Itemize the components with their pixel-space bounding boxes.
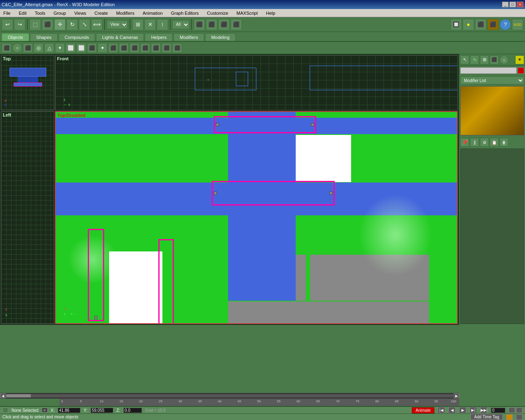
create-unknown7-icon[interactable]: ⬛ bbox=[162, 43, 171, 53]
material-preview[interactable] bbox=[460, 86, 524, 135]
help-button[interactable]: ? bbox=[500, 19, 511, 30]
menu-file[interactable]: File bbox=[2, 10, 12, 16]
play-button[interactable]: ▶ bbox=[459, 407, 466, 413]
menu-maxscript[interactable]: MAXScript bbox=[235, 10, 260, 16]
zoom-all-button[interactable]: ✕ bbox=[144, 19, 156, 30]
next-frame-button[interactable]: ▶| bbox=[470, 407, 477, 413]
create-unknown1-icon[interactable]: ✦ bbox=[98, 43, 107, 53]
minimize-button[interactable]: _ bbox=[502, 2, 509, 7]
hscroll-track[interactable] bbox=[6, 394, 454, 398]
menu-help[interactable]: Help bbox=[265, 10, 277, 16]
create-box-icon[interactable]: ⬛ bbox=[2, 43, 11, 53]
close-button[interactable]: × bbox=[517, 2, 523, 7]
key-icon[interactable] bbox=[506, 414, 513, 420]
tab-lights-cameras[interactable]: Lights & Cameras bbox=[96, 33, 144, 41]
mod-pin-icon[interactable]: 📌 bbox=[460, 138, 469, 147]
all-dropdown[interactable]: All bbox=[172, 20, 189, 29]
rp-grid-icon[interactable]: ⊞ bbox=[480, 55, 489, 64]
goto-end-button[interactable]: ▶▶| bbox=[480, 407, 488, 413]
menu-edit[interactable]: Edit bbox=[17, 10, 28, 16]
move-button[interactable]: ✛ bbox=[54, 19, 66, 30]
mod-pause-icon[interactable]: ‖ bbox=[470, 138, 479, 147]
hscroll-left-btn[interactable]: ◀ bbox=[0, 393, 6, 398]
mirror-button[interactable]: ⟺ bbox=[91, 19, 103, 30]
animate-button[interactable]: Animate bbox=[412, 407, 434, 413]
x-coord-input[interactable] bbox=[58, 408, 80, 413]
unlink-button[interactable]: ⬛ bbox=[231, 19, 242, 30]
rp-camera-icon[interactable]: ⬛ bbox=[490, 55, 499, 64]
rp-curve-icon[interactable]: ∿ bbox=[470, 55, 479, 64]
zoom-extents-button[interactable]: ⊞ bbox=[132, 19, 144, 30]
select-region-button[interactable]: ⬛ bbox=[42, 19, 53, 30]
menu-customize[interactable]: Customize bbox=[205, 10, 230, 16]
named-selection-button[interactable]: ⬛ bbox=[194, 19, 205, 30]
viewport-top[interactable]: Top x z bbox=[1, 55, 54, 110]
color-swatch-white[interactable] bbox=[460, 67, 517, 74]
color-swatch-red[interactable] bbox=[518, 67, 524, 74]
select-filter-button[interactable]: ⬛ bbox=[206, 19, 217, 30]
menu-modifiers[interactable]: Modifiers bbox=[114, 10, 136, 16]
maximize-button[interactable]: □ bbox=[509, 2, 516, 7]
add-time-tag-button[interactable]: Add Time Tag bbox=[470, 414, 503, 420]
y-coord-input[interactable] bbox=[91, 408, 113, 413]
create-cylinder-icon[interactable]: ⬛ bbox=[23, 43, 33, 53]
menu-graph-editors[interactable]: Graph Editors bbox=[169, 10, 201, 16]
create-teapot-icon[interactable]: ⬛ bbox=[87, 43, 97, 53]
viewport-config-icon[interactable] bbox=[509, 407, 515, 413]
menu-views[interactable]: Views bbox=[73, 10, 88, 16]
create-unknown2-icon[interactable]: ⬛ bbox=[108, 43, 118, 53]
view-dropdown[interactable]: View bbox=[107, 20, 128, 29]
menu-animation[interactable]: Animation bbox=[141, 10, 164, 16]
create-unknown3-icon[interactable]: ⬛ bbox=[119, 43, 129, 53]
undo-button[interactable]: ↩ bbox=[2, 19, 13, 30]
rp-sun-icon[interactable]: ☀ bbox=[515, 55, 524, 64]
viewport-left[interactable]: Left z x bbox=[1, 111, 54, 324]
menu-create[interactable]: Create bbox=[93, 10, 110, 16]
tab-compounds[interactable]: Compounds bbox=[59, 33, 95, 41]
render-scene-button[interactable]: ⬛ bbox=[475, 19, 486, 30]
create-torus-icon[interactable]: ◎ bbox=[34, 43, 43, 53]
viewport-main[interactable]: Top/Disabled bbox=[55, 111, 458, 324]
mirror2-button[interactable]: ⫶ bbox=[157, 19, 168, 30]
mod-delete-icon[interactable]: 🗑 bbox=[500, 138, 509, 147]
selection-box-left-vert[interactable] bbox=[88, 229, 104, 321]
viewport-front[interactable]: Front z ← x + bbox=[55, 55, 458, 110]
create-unknown8-icon[interactable]: ⬛ bbox=[172, 43, 182, 53]
tab-modeling[interactable]: Modeling bbox=[205, 33, 236, 41]
tab-objects[interactable]: Objects bbox=[2, 33, 29, 41]
selection-box-mid[interactable] bbox=[212, 181, 335, 205]
goto-start-button[interactable]: |◀ bbox=[438, 407, 445, 413]
hscroll-thumb[interactable] bbox=[6, 394, 31, 397]
create-plane-icon[interactable]: ⬜ bbox=[76, 43, 86, 53]
selection-box-top[interactable] bbox=[214, 116, 316, 133]
rp-arrow-icon[interactable]: ↖ bbox=[460, 55, 469, 64]
filters-icon[interactable] bbox=[516, 414, 523, 420]
z-coord-input[interactable] bbox=[123, 408, 142, 413]
menu-tools[interactable]: Tools bbox=[33, 10, 47, 16]
mod-settings-icon[interactable]: ⚙ bbox=[480, 138, 489, 147]
rotate-button[interactable]: ↻ bbox=[66, 19, 78, 30]
link-button[interactable]: ⬛ bbox=[218, 19, 230, 30]
quick-render-button[interactable]: ⬛ bbox=[487, 19, 499, 30]
scale-button[interactable]: ⤡ bbox=[79, 19, 90, 30]
render-button[interactable]: ● bbox=[463, 19, 474, 30]
frame-counter-input[interactable] bbox=[491, 408, 505, 413]
tab-modifiers[interactable]: Modifiers bbox=[173, 33, 204, 41]
rp-circle-icon[interactable]: ○ bbox=[500, 55, 509, 64]
tab-shapes[interactable]: Shapes bbox=[30, 33, 57, 41]
w3d-button[interactable]: W3D bbox=[512, 19, 523, 30]
prev-frame-button[interactable]: ◀ bbox=[448, 407, 456, 413]
mod-copy-icon[interactable]: 📋 bbox=[490, 138, 499, 147]
modifier-list-dropdown[interactable]: Modifier List bbox=[460, 76, 524, 84]
select-object-button[interactable]: ⬚ bbox=[30, 19, 41, 30]
tab-helpers[interactable]: Helpers bbox=[145, 33, 173, 41]
create-sphere-icon[interactable]: ○ bbox=[12, 43, 22, 53]
create-unknown5-icon[interactable]: ⬛ bbox=[140, 43, 150, 53]
create-unknown6-icon[interactable]: ⬛ bbox=[151, 43, 161, 53]
material-editor-button[interactable]: 🔲 bbox=[450, 19, 462, 30]
redo-button[interactable]: ↪ bbox=[14, 19, 25, 30]
create-unknown4-icon[interactable]: ⬛ bbox=[130, 43, 139, 53]
lock-icon[interactable] bbox=[516, 407, 523, 413]
coord-x-marker[interactable]: ⊕ bbox=[42, 408, 48, 413]
selection-box-right-vert[interactable] bbox=[158, 239, 174, 324]
